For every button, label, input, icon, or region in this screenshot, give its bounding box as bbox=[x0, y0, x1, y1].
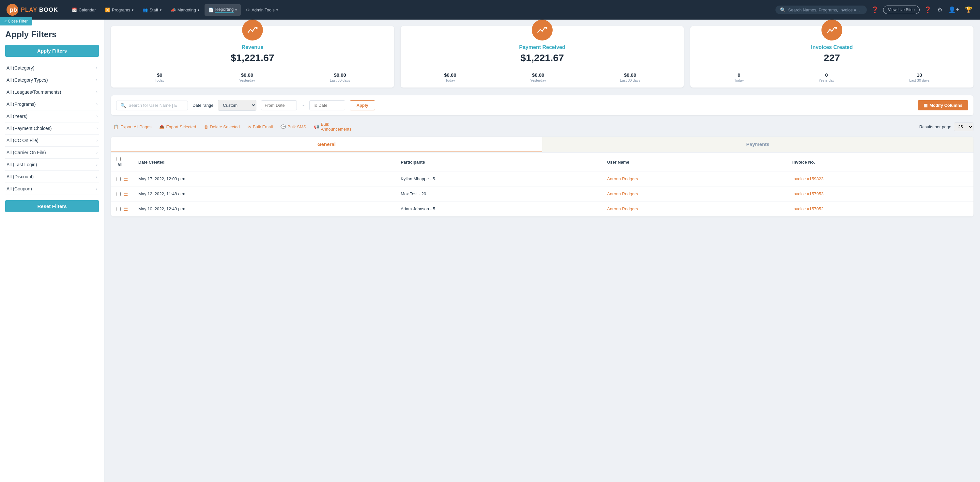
row-user[interactable]: Aaronn Rodgers bbox=[602, 187, 787, 201]
filter-chevron-icon: › bbox=[96, 150, 97, 155]
content-area: Revenue $1,221.67 $0 Today $0.00 Yesterd… bbox=[104, 19, 980, 482]
close-filter-btn[interactable]: « Close Filter bbox=[0, 17, 32, 26]
stat-value: 227 bbox=[697, 52, 967, 63]
add-user-btn[interactable]: 👤+ bbox=[947, 5, 961, 15]
user-search-icon: 🔍 bbox=[120, 103, 126, 108]
stat-sub-label: Yesterday bbox=[530, 78, 546, 82]
modify-columns-btn[interactable]: ▦ Modify Columns bbox=[918, 100, 968, 110]
filter-item[interactable]: All (Years)› bbox=[5, 110, 99, 123]
filter-item[interactable]: All (Category Types)› bbox=[5, 74, 99, 86]
stat-card: Payment Received $1,221.67 $0.00 Today $… bbox=[401, 26, 684, 88]
filter-item[interactable]: All (Discount)› bbox=[5, 171, 99, 183]
nav-admin-tools[interactable]: ⚙ Admin Tools ▾ bbox=[242, 5, 282, 15]
filter-list: All (Category)›All (Category Types)›All … bbox=[5, 62, 99, 195]
logo[interactable]: pb PLAY BOOK bbox=[6, 4, 58, 16]
stat-sub-value: $0.00 bbox=[530, 72, 546, 78]
global-search-input[interactable] bbox=[788, 8, 862, 13]
help-circle-btn[interactable]: ❓ bbox=[923, 5, 933, 15]
table-header-groups: General Payments bbox=[111, 137, 974, 153]
stat-icon bbox=[242, 19, 263, 40]
stat-title: Payment Received bbox=[407, 45, 677, 50]
results-per-page-select[interactable]: 2550100 bbox=[954, 123, 974, 131]
row-user[interactable]: Aaronn Rodgers bbox=[602, 201, 787, 217]
filter-item[interactable]: All (Last Login)› bbox=[5, 159, 99, 171]
filter-item[interactable]: All (Carrier On File)› bbox=[5, 147, 99, 159]
row-checkbox[interactable] bbox=[116, 207, 121, 211]
row-invoice[interactable]: Invoice #157953 bbox=[787, 187, 974, 201]
stat-sub-item: 0 Yesterday bbox=[819, 72, 835, 82]
select-all-checkbox[interactable] bbox=[116, 157, 121, 161]
nav-programs[interactable]: 🔀 Programs ▾ bbox=[101, 5, 137, 15]
apply-filters-btn[interactable]: Apply Filters bbox=[5, 45, 99, 57]
programs-chevron-icon: ▾ bbox=[132, 8, 134, 12]
row-detail-icon[interactable]: ☰ bbox=[123, 191, 128, 197]
row-detail-icon[interactable]: ☰ bbox=[123, 176, 128, 182]
action-link[interactable]: 🗑Delete Selected bbox=[201, 123, 242, 131]
nav-reporting[interactable]: 📄 Reporting ▾ bbox=[205, 4, 241, 16]
table-row: ☰ May 17, 2022, 12:09 p.m. Kylian Mbappe… bbox=[111, 171, 974, 187]
stats-row: Revenue $1,221.67 $0 Today $0.00 Yesterd… bbox=[111, 26, 974, 88]
filter-item[interactable]: All (Programs)› bbox=[5, 98, 99, 110]
svg-text:pb: pb bbox=[10, 6, 17, 13]
stat-sub-value: 0 bbox=[734, 72, 744, 78]
from-date-input[interactable] bbox=[261, 100, 297, 110]
filter-item-label: All (Leagues/Tournaments) bbox=[6, 89, 61, 95]
nav-calendar[interactable]: 📅 Calendar bbox=[68, 5, 100, 15]
row-invoice[interactable]: Invoice #157052 bbox=[787, 201, 974, 217]
to-date-input[interactable] bbox=[309, 100, 345, 110]
row-checkbox[interactable] bbox=[116, 177, 121, 181]
action-icon: 💬 bbox=[280, 124, 286, 129]
stat-sub-value: $0.00 bbox=[330, 72, 350, 78]
filter-item[interactable]: All (CC On File)› bbox=[5, 134, 99, 147]
action-link[interactable]: 📢BulkAnnouncements bbox=[311, 120, 354, 133]
stat-sub: 0 Today 0 Yesterday 10 Last 30 days bbox=[697, 68, 967, 82]
settings-btn[interactable]: ⚙ bbox=[936, 5, 944, 15]
global-search[interactable]: 🔍 bbox=[775, 6, 867, 14]
row-participants: Adam Johnson - 5. bbox=[395, 201, 602, 217]
user-search-input[interactable] bbox=[129, 103, 181, 108]
user-search-wrap[interactable]: 🔍 bbox=[116, 101, 188, 110]
row-date: May 17, 2022, 12:09 p.m. bbox=[133, 171, 395, 187]
stat-sub-item: $0.00 Last 30 days bbox=[620, 72, 640, 82]
action-label: Export All Pages bbox=[120, 124, 151, 129]
staff-chevron-icon: ▾ bbox=[160, 8, 161, 12]
view-live-site-btn[interactable]: View Live Site › bbox=[883, 6, 920, 14]
filter-chevron-icon: › bbox=[96, 78, 97, 82]
action-link[interactable]: 💬Bulk SMS bbox=[278, 123, 309, 131]
row-user[interactable]: Aaronn Rodgers bbox=[602, 171, 787, 187]
action-link[interactable]: ✉Bulk Email bbox=[245, 123, 275, 131]
nav-calendar-label: Calendar bbox=[79, 8, 96, 13]
row-invoice[interactable]: Invoice #159823 bbox=[787, 171, 974, 187]
action-icon: 📋 bbox=[113, 124, 119, 129]
action-link[interactable]: 📤Export Selected bbox=[157, 123, 199, 131]
help-icon-btn[interactable]: ❓ bbox=[870, 5, 880, 15]
filter-item-label: All (Payment Choices) bbox=[6, 126, 52, 131]
search-icon: 🔍 bbox=[780, 7, 786, 13]
trophy-btn[interactable]: 🏆 bbox=[964, 5, 974, 15]
stat-sub-value: 0 bbox=[819, 72, 835, 78]
nav-staff[interactable]: 👥 Staff ▾ bbox=[138, 5, 165, 15]
action-icon: ✉ bbox=[248, 124, 251, 129]
stat-sub-value: 10 bbox=[909, 72, 929, 78]
nav-marketing-label: Marketing bbox=[177, 8, 196, 13]
stat-sub-value: $0.00 bbox=[239, 72, 255, 78]
calendar-icon: 📅 bbox=[72, 8, 77, 13]
logo-icon: pb bbox=[6, 4, 18, 16]
date-range-select[interactable]: CustomTodayYesterdayLast 7 DaysLast 30 D… bbox=[218, 100, 256, 111]
nav-reporting-label: Reporting bbox=[215, 7, 234, 13]
apply-date-btn[interactable]: Apply bbox=[350, 100, 375, 110]
row-checkbox-cell: ☰ bbox=[111, 187, 133, 201]
filter-chevron-icon: › bbox=[96, 126, 97, 131]
filter-item[interactable]: All (Coupon)› bbox=[5, 183, 99, 195]
filter-item[interactable]: All (Category)› bbox=[5, 62, 99, 74]
stat-sub-label: Today bbox=[444, 78, 457, 82]
filter-chevron-icon: › bbox=[96, 162, 97, 167]
row-checkbox[interactable] bbox=[116, 192, 121, 196]
row-detail-icon[interactable]: ☰ bbox=[123, 206, 128, 212]
nav-marketing[interactable]: 📣 Marketing ▾ bbox=[167, 5, 203, 15]
reset-filters-btn[interactable]: Reset Filters bbox=[5, 200, 99, 212]
filter-item[interactable]: All (Payment Choices)› bbox=[5, 123, 99, 134]
filter-item[interactable]: All (Leagues/Tournaments)› bbox=[5, 86, 99, 98]
stat-sub-item: $0.00 Today bbox=[444, 72, 457, 82]
action-link[interactable]: 📋Export All Pages bbox=[111, 123, 154, 131]
